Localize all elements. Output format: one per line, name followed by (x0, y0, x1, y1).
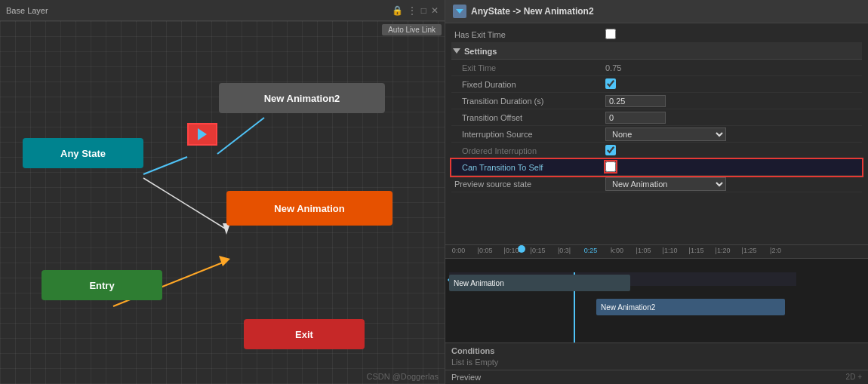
properties-section: Has Exit Time Settings Exit Time 0.75 Fi… (445, 23, 868, 244)
conditions-empty: List is Empty (451, 358, 862, 367)
ruler-mark-12: |2:0 (762, 247, 789, 254)
exit-time-value: 0.75 (602, 63, 862, 72)
preview-source-state-select[interactable]: New Animation New Animation2 (605, 177, 726, 191)
new-animation2-node[interactable]: New Animation2 (219, 83, 385, 113)
can-transition-to-self-value (602, 161, 862, 174)
transition-duration-input[interactable] (605, 95, 666, 107)
can-transition-to-self-row: Can Transition To Self (451, 159, 862, 176)
fixed-duration-row: Fixed Duration (451, 76, 862, 93)
transition-offset-row: Transition Offset (451, 109, 862, 126)
ruler-mark-7: |1:05 (630, 247, 657, 254)
inspector-header: AnyState -> New Animation2 (445, 0, 868, 23)
timeline-section: 0:00 |0:05 |0:10 |0:15 |0:3| 0:25 k:00 |… (445, 244, 868, 343)
track-bar-new-animation2: New Animation2 (596, 299, 785, 315)
watermark: CSDN @Doggerlas (366, 372, 439, 381)
inspector-title: AnyState -> New Animation2 (471, 6, 594, 17)
top-bar-controls: 🔒 ⋮ □ ✕ (392, 5, 439, 16)
ruler-mark-4: |0:3| (551, 247, 577, 254)
inspector-panel: AnyState -> New Animation2 Has Exit Time… (445, 0, 868, 384)
graph-canvas[interactable]: Entry Any State New Animation New Animat… (0, 21, 445, 384)
ordered-interruption-value (602, 145, 862, 157)
timeline-tracks: New Animation New Animation2 (445, 272, 868, 343)
can-transition-to-self-checkbox[interactable] (605, 161, 616, 172)
transition-duration-value (602, 95, 862, 107)
ordered-interruption-label: Ordered Interruption (451, 146, 602, 155)
transition-offset-input[interactable] (605, 112, 666, 124)
exit-time-row: Exit Time 0.75 (451, 60, 862, 76)
close-icon: ✕ (431, 5, 439, 16)
track-bar-new-animation: New Animation (449, 275, 630, 291)
has-exit-time-value (602, 29, 862, 41)
svg-marker-5 (219, 256, 230, 266)
preview-source-state-value: New Animation New Animation2 (602, 177, 862, 191)
menu-dots-icon: ⋮ (408, 5, 417, 16)
ruler-mark-1: |0:05 (472, 247, 498, 254)
interruption-source-value: None Current State Next State Current St… (602, 127, 862, 141)
interruption-source-label: Interruption Source (451, 130, 602, 139)
fixed-duration-checkbox[interactable] (605, 78, 616, 89)
interruption-source-row: Interruption Source None Current State N… (451, 126, 862, 143)
svg-line-2 (143, 178, 226, 229)
transition-offset-label: Transition Offset (451, 113, 602, 122)
ordered-interruption-checkbox[interactable] (605, 145, 616, 155)
ruler-mark-6: k:00 (604, 247, 630, 254)
exit-node[interactable]: Exit (244, 319, 365, 349)
ruler-container: 0:00 |0:05 |0:10 |0:15 |0:3| 0:25 k:00 |… (445, 245, 868, 259)
transition-duration-label: Transition Duration (s) (451, 97, 602, 106)
ruler-mark-9: |1:15 (683, 247, 709, 254)
transition-icon (453, 5, 466, 18)
conditions-section: Conditions List is Empty (445, 343, 868, 370)
svg-line-1 (217, 118, 264, 154)
preview-source-state-label: Preview source state (451, 180, 602, 189)
layer-title: Base Layer (6, 6, 48, 15)
maximize-icon: □ (421, 5, 426, 16)
entry-node[interactable]: Entry (42, 270, 162, 300)
lock-icon: 🔒 (392, 5, 403, 16)
track-new-animation: New Animation (445, 272, 868, 293)
settings-label: Settings (464, 47, 497, 56)
svg-line-0 (143, 157, 187, 174)
transition-duration-row: Transition Duration (s) (451, 93, 862, 109)
new-animation-node[interactable]: New Animation (226, 191, 392, 226)
any-state-node[interactable]: Any State (23, 138, 143, 168)
can-transition-to-self-label: Can Transition To Self (451, 163, 602, 172)
ruler-mark-8: |1:10 (657, 247, 683, 254)
timeline-ruler: 0:00 |0:05 |0:10 |0:15 |0:3| 0:25 k:00 |… (445, 245, 868, 259)
svg-marker-6 (456, 9, 463, 14)
conditions-header: Conditions (451, 346, 862, 355)
has-exit-time-label: Has Exit Time (451, 30, 602, 39)
track-new-animation2: New Animation2 (445, 296, 868, 318)
fixed-duration-label: Fixed Duration (451, 80, 602, 89)
ruler-mark-2: |0:10 (498, 247, 525, 254)
has-exit-time-checkbox[interactable] (605, 29, 616, 39)
ruler-labels: 0:00 |0:05 |0:10 |0:15 |0:3| 0:25 k:00 |… (445, 247, 789, 254)
ruler-mark-11: |1:25 (736, 247, 762, 254)
animator-graph-panel: Base Layer 🔒 ⋮ □ ✕ Entry (0, 0, 445, 384)
ruler-mark-0: 0:00 (445, 247, 472, 254)
top-bar: Base Layer 🔒 ⋮ □ ✕ (0, 0, 445, 21)
fixed-duration-value (602, 78, 862, 91)
transition-indicator[interactable] (187, 123, 217, 146)
transition-offset-value (602, 112, 862, 124)
exit-time-label: Exit Time (451, 63, 602, 72)
ruler-mark-3: |0:15 (525, 247, 551, 254)
settings-expand-icon (453, 48, 460, 54)
arrow-icon (198, 128, 207, 140)
auto-live-link-button[interactable]: Auto Live Link (382, 24, 442, 35)
settings-section-header[interactable]: Settings (451, 43, 862, 60)
ruler-mark-5: 0:25 (577, 247, 604, 254)
interruption-source-select[interactable]: None Current State Next State Current St… (605, 127, 726, 141)
preview-label: Preview 2D + (445, 370, 868, 384)
auto-live-link-area: Auto Live Link (382, 24, 442, 35)
view-mode: 2D + (846, 373, 862, 381)
preview-source-state-row: Preview source state New Animation New A… (451, 176, 862, 192)
ruler-mark-10: |1:20 (709, 247, 736, 254)
has-exit-time-row: Has Exit Time (451, 26, 862, 43)
ordered-interruption-row: Ordered Interruption (451, 143, 862, 159)
